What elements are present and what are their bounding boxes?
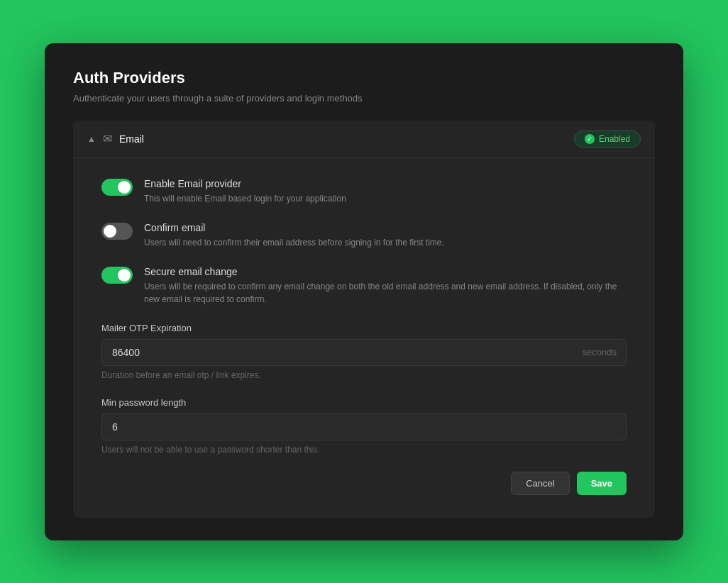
mailer-otp-hint: Duration before an email otp / link expi… bbox=[101, 370, 627, 380]
confirm-email-toggle[interactable] bbox=[101, 223, 133, 240]
status-label: Enabled bbox=[599, 134, 630, 144]
cancel-button[interactable]: Cancel bbox=[511, 472, 569, 495]
provider-card: ▲ ✉ Email ✓ Enabled Enable Email provide… bbox=[73, 121, 655, 518]
mailer-otp-section: Mailer OTP Expiration seconds Duration b… bbox=[101, 323, 627, 380]
enable-email-slider[interactable] bbox=[101, 179, 133, 196]
page-background: Auth Providers Authenticate your users t… bbox=[0, 0, 728, 583]
enable-email-toggle[interactable] bbox=[101, 179, 133, 196]
confirm-email-desc: Users will need to confirm their email a… bbox=[144, 236, 444, 249]
secure-email-label: Secure email change bbox=[144, 266, 627, 277]
toggle-row-enable-email: Enable Email provider This will enable E… bbox=[101, 178, 627, 205]
save-button[interactable]: Save bbox=[577, 472, 627, 495]
secure-email-text: Secure email change Users will be requir… bbox=[144, 266, 627, 306]
chevron-up-icon[interactable]: ▲ bbox=[87, 134, 96, 144]
mailer-otp-input-wrapper: seconds bbox=[101, 339, 627, 366]
confirm-email-text: Confirm email Users will need to confirm… bbox=[144, 222, 444, 249]
min-password-input-wrapper bbox=[101, 413, 627, 440]
button-row: Cancel Save bbox=[101, 472, 627, 495]
enabled-badge: ✓ Enabled bbox=[574, 131, 641, 148]
provider-body: Enable Email provider This will enable E… bbox=[73, 158, 655, 518]
toggle-row-secure-email: Secure email change Users will be requir… bbox=[101, 266, 627, 306]
secure-email-desc: Users will be required to confirm any em… bbox=[144, 280, 627, 306]
mailer-otp-input[interactable] bbox=[101, 339, 627, 366]
toggle-row-confirm-email: Confirm email Users will need to confirm… bbox=[101, 222, 627, 249]
auth-providers-modal: Auth Providers Authenticate your users t… bbox=[45, 43, 683, 540]
enable-email-desc: This will enable Email based login for y… bbox=[144, 192, 346, 205]
modal-title: Auth Providers bbox=[73, 69, 655, 87]
email-icon: ✉ bbox=[103, 132, 112, 145]
provider-header-left: ▲ ✉ Email bbox=[87, 132, 144, 145]
enable-email-text: Enable Email provider This will enable E… bbox=[144, 178, 346, 205]
provider-name: Email bbox=[119, 133, 144, 145]
min-password-section: Min password length Users will not be ab… bbox=[101, 397, 627, 455]
confirm-email-label: Confirm email bbox=[144, 222, 444, 233]
secure-email-toggle[interactable] bbox=[101, 267, 133, 284]
secure-email-slider[interactable] bbox=[101, 267, 133, 284]
min-password-input[interactable] bbox=[101, 413, 627, 440]
enable-email-label: Enable Email provider bbox=[144, 178, 346, 189]
min-password-label: Min password length bbox=[101, 397, 627, 408]
provider-header: ▲ ✉ Email ✓ Enabled bbox=[73, 121, 655, 158]
min-password-hint: Users will not be able to use a password… bbox=[101, 445, 627, 455]
confirm-email-slider[interactable] bbox=[101, 223, 133, 240]
check-icon: ✓ bbox=[585, 134, 595, 144]
mailer-otp-label: Mailer OTP Expiration bbox=[101, 323, 627, 333]
modal-subtitle: Authenticate your users through a suite … bbox=[73, 93, 655, 104]
